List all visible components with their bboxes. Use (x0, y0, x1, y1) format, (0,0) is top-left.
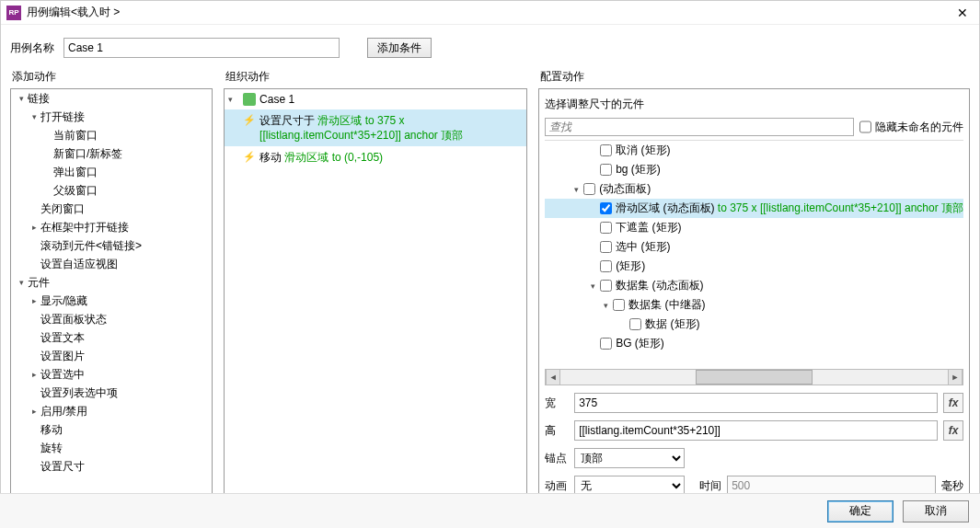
height-label: 高 (545, 423, 569, 439)
action-tree-label: 设置选中 (40, 367, 85, 383)
widget-label: 数据 (矩形) (645, 316, 699, 332)
action-tree-label: 父级窗口 (53, 183, 98, 199)
widget-tree-row[interactable]: ▾(动态面板) (545, 179, 963, 199)
widget-checkbox[interactable] (600, 164, 612, 176)
action-tree-item[interactable]: ▸设置列表选中项 (11, 384, 212, 402)
widget-tree-row[interactable]: 取消 (矩形) (545, 141, 963, 160)
chevron-right-icon[interactable]: ▸ (28, 407, 40, 416)
action-tree-item[interactable]: ▸当前窗口 (11, 126, 212, 144)
bolt-icon: ⚡ (243, 113, 254, 126)
action-tree-item[interactable]: ▸设置选中 (11, 365, 212, 384)
widget-tree-row[interactable]: 数据 (矩形) (545, 315, 963, 334)
action-tree-item[interactable]: ▸设置文本 (11, 328, 212, 347)
chevron-right-icon[interactable]: ▸ (28, 296, 40, 305)
horizontal-scrollbar[interactable]: ◄ ► (545, 369, 963, 385)
widget-tree-row[interactable]: 滑动区域 (动态面板) to 375 x [[listlang.itemCoun… (545, 199, 963, 218)
chevron-down-icon[interactable]: ▾ (228, 95, 239, 104)
action-tree-item[interactable]: ▸滚动到元件<错链接> (11, 236, 212, 255)
action-tree-item[interactable]: ▸设置自适应视图 (11, 255, 212, 273)
height-input[interactable] (574, 420, 938, 441)
action-text: 设置尺寸于 滑动区域 to 375 x [[listlang.itemCount… (259, 113, 521, 143)
widget-tree-row[interactable]: (矩形) (545, 257, 963, 276)
widget-checkbox[interactable] (600, 202, 612, 214)
chevron-right-icon[interactable]: ▸ (28, 223, 40, 232)
chevron-down-icon[interactable]: ▾ (571, 185, 582, 194)
action-tree-item[interactable]: ▸弹出窗口 (11, 163, 212, 181)
action-tree-item[interactable]: ▸新窗口/新标签 (11, 144, 212, 163)
widget-tree-row[interactable]: ▾数据集 (动态面板) (545, 276, 963, 295)
chevron-right-icon[interactable]: ▸ (28, 370, 40, 379)
action-tree-item[interactable]: ▸关闭窗口 (11, 200, 212, 218)
widget-label: 下遮盖 (矩形) (616, 220, 681, 235)
configure-actions-header: 配置动作 (538, 63, 970, 88)
action-tree-label: 元件 (28, 275, 50, 291)
case-name-input[interactable] (63, 38, 340, 58)
widget-tree-row[interactable]: 选中 (矩形) (545, 237, 963, 257)
chevron-down-icon[interactable]: ▾ (28, 112, 40, 121)
scroll-left-icon[interactable]: ◄ (546, 370, 560, 385)
add-condition-button[interactable]: 添加条件 (367, 38, 432, 58)
widget-label: 滑动区域 (动态面板) to 375 x [[listlang.itemCoun… (616, 201, 963, 216)
ok-button[interactable]: 确定 (827, 500, 894, 522)
configure-actions-panel: 选择调整尺寸的元件 隐藏未命名的元件 取消 (矩形)bg (矩形)▾(动态面板)… (538, 88, 970, 502)
add-actions-panel: ▾链接▾打开链接▸当前窗口▸新窗口/新标签▸弹出窗口▸父级窗口▸关闭窗口▸在框架… (10, 88, 213, 502)
action-tree-item[interactable]: ▸旋转 (11, 439, 212, 457)
action-tree-item[interactable]: ▸在框架中打开链接 (11, 218, 212, 236)
organize-actions-header: 组织动作 (224, 63, 527, 88)
hide-unnamed-toggle[interactable]: 隐藏未命名的元件 (859, 118, 963, 136)
action-text: 移动 滑动区域 to (0,-105) (259, 150, 521, 165)
action-tree-item[interactable]: ▸设置尺寸 (11, 457, 212, 476)
widget-checkbox[interactable] (600, 260, 612, 272)
widget-checkbox[interactable] (629, 318, 641, 330)
widget-checkbox[interactable] (613, 299, 625, 311)
action-tree-item[interactable]: ▸移动 (11, 420, 212, 439)
widget-checkbox[interactable] (600, 144, 612, 156)
action-row[interactable]: ⚡设置尺寸于 滑动区域 to 375 x [[listlang.itemCoun… (225, 109, 526, 146)
action-tree-item[interactable]: ▸父级窗口 (11, 181, 212, 200)
widget-checkbox[interactable] (600, 338, 612, 350)
search-input[interactable] (545, 118, 854, 136)
widget-label: 取消 (矩形) (616, 143, 670, 158)
hide-unnamed-checkbox[interactable] (859, 118, 871, 136)
scroll-right-icon[interactable]: ► (948, 370, 963, 385)
add-actions-header: 添加动作 (10, 63, 213, 88)
scrollbar-thumb[interactable] (696, 370, 812, 385)
action-tree-item[interactable]: ▾打开链接 (11, 108, 212, 126)
chevron-down-icon[interactable]: ▾ (15, 278, 28, 287)
widget-label: 数据集 (中继器) (628, 297, 705, 313)
case-label: Case 1 (259, 93, 294, 106)
action-tree-item[interactable]: ▾元件 (11, 273, 212, 292)
chevron-down-icon[interactable]: ▾ (600, 301, 611, 310)
widget-tree-row[interactable]: bg (矩形) (545, 160, 963, 179)
close-icon[interactable]: ✕ (951, 2, 974, 24)
anchor-select[interactable]: 顶部 (574, 448, 685, 468)
action-tree-label: 设置自适应视图 (40, 257, 118, 272)
animation-label: 动画 (545, 478, 569, 494)
action-tree-item[interactable]: ▸显示/隐藏 (11, 292, 212, 310)
widget-checkbox[interactable] (600, 241, 612, 253)
widget-tree-row[interactable]: 下遮盖 (矩形) (545, 218, 963, 237)
action-tree-label: 设置图片 (40, 349, 85, 364)
action-tree-item[interactable]: ▾链接 (11, 89, 212, 108)
widget-checkbox[interactable] (600, 222, 612, 234)
chevron-down-icon[interactable]: ▾ (587, 281, 598, 291)
action-tree-item[interactable]: ▸设置图片 (11, 347, 212, 365)
action-tree-item[interactable]: ▸设置面板状态 (11, 310, 212, 328)
case-row[interactable]: ▾Case 1 (225, 89, 526, 109)
chevron-down-icon[interactable]: ▾ (15, 94, 28, 103)
action-row[interactable]: ⚡移动 滑动区域 to (0,-105) (225, 146, 526, 168)
widget-checkbox[interactable] (583, 183, 595, 195)
height-fx-button[interactable]: fx (943, 420, 963, 441)
width-input[interactable] (574, 393, 938, 413)
widget-label: 数据集 (动态面板) (616, 278, 703, 293)
cancel-button[interactable]: 取消 (903, 500, 969, 522)
widget-tree-row[interactable]: BG (矩形) (545, 334, 963, 353)
top-form: 用例名称 添加条件 (1, 25, 979, 63)
dialog-footer: 确定 取消 (0, 493, 980, 528)
action-tree-item[interactable]: ▸启用/禁用 (11, 402, 212, 420)
widget-checkbox[interactable] (600, 280, 612, 292)
widget-label: (矩形) (616, 258, 645, 274)
action-tree-label: 显示/隐藏 (40, 293, 87, 309)
widget-tree-row[interactable]: ▾数据集 (中继器) (545, 295, 963, 315)
width-fx-button[interactable]: fx (943, 393, 963, 413)
